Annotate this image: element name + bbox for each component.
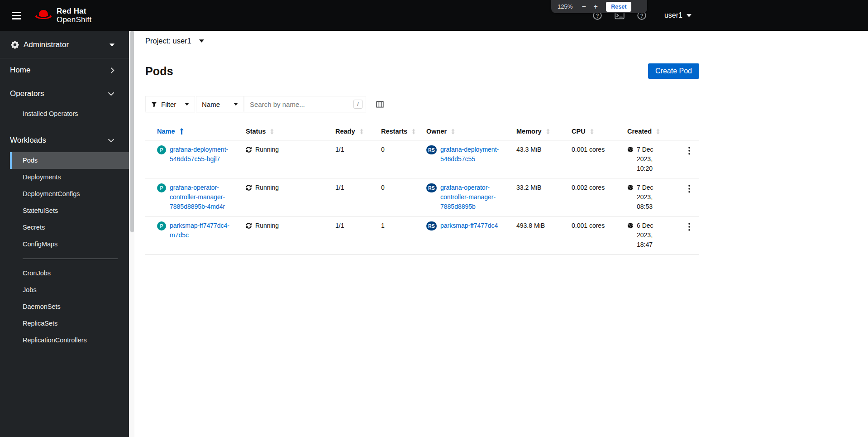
sidebar-item-daemonsets[interactable]: DaemonSets: [0, 298, 129, 315]
search-wrapper: /: [244, 96, 366, 112]
brand-text: Red Hat OpenShift: [57, 7, 91, 24]
caret-down-icon: [110, 43, 114, 47]
pod-badge: P: [157, 183, 166, 192]
sidebar-item-replicationcontrollers[interactable]: ReplicationControllers: [0, 332, 129, 349]
brand-line2: OpenShift: [57, 15, 91, 24]
sync-running-icon: [246, 223, 252, 229]
nav-section-label: Operators: [10, 89, 44, 98]
cpu-cell: 0.002 cores: [564, 178, 620, 216]
sidebar-item-jobs[interactable]: Jobs: [0, 282, 129, 298]
zoom-in-button[interactable]: +: [591, 3, 601, 10]
sync-running-icon: [246, 185, 252, 191]
row-kebab-menu[interactable]: [685, 146, 694, 156]
pod-name-link[interactable]: parksmap-ff7477dc4-m7d5c: [170, 221, 231, 240]
zoom-out-button[interactable]: −: [579, 3, 589, 10]
sidebar-item-workloads[interactable]: Workloads: [0, 129, 129, 152]
memory-cell: 33.2 MiB: [509, 178, 564, 216]
sidebar-item-statefulsets[interactable]: StatefulSets: [0, 202, 129, 219]
owner-link[interactable]: grafana-operator-controller-manager-7885…: [440, 183, 502, 211]
kebab-icon: [688, 223, 690, 231]
sort-icon: [451, 129, 455, 134]
row-kebab-menu[interactable]: [685, 184, 694, 194]
project-selector-label: Project: user1: [145, 37, 191, 45]
workloads-subnav: Pods Deployments DeploymentConfigs State…: [0, 152, 129, 355]
nav-toggle-button[interactable]: [6, 5, 26, 25]
chevron-down-icon: [108, 139, 114, 143]
globe-timestamp-icon: [627, 222, 634, 229]
nav-list: Home Operators Installed Operators Workl…: [0, 58, 129, 355]
filter-label: Filter: [161, 101, 176, 108]
owner-link[interactable]: parksmap-ff7477dc4: [440, 221, 498, 231]
sidebar-item-pods[interactable]: Pods: [0, 152, 129, 169]
kebab-icon: [688, 147, 690, 155]
memory-cell: 493.8 MiB: [509, 216, 564, 255]
brand-line1: Red Hat: [57, 7, 91, 15]
column-header-status[interactable]: Status: [238, 122, 328, 140]
column-header-ready[interactable]: Ready: [328, 122, 374, 140]
table-row: P grafana-operator-controller-manager-78…: [145, 178, 699, 216]
sidebar-item-operators[interactable]: Operators: [0, 82, 129, 106]
replicaset-badge: RS: [426, 145, 437, 154]
sidebar-item-deployments[interactable]: Deployments: [0, 169, 129, 186]
sidebar-scrollbar: [129, 31, 134, 437]
filter-dropdown[interactable]: Filter: [145, 96, 195, 112]
brand-logo[interactable]: Red Hat OpenShift: [34, 7, 91, 24]
search-shortcut-hint: /: [353, 100, 362, 109]
column-header-actions: [677, 122, 699, 140]
owner-link[interactable]: grafana-deployment-546dd57c55: [440, 145, 502, 164]
sidebar-item-installed-operators[interactable]: Installed Operators: [0, 106, 129, 122]
user-menu[interactable]: user1: [664, 11, 692, 19]
columns-icon: [376, 101, 384, 108]
column-header-cpu[interactable]: CPU: [564, 122, 620, 140]
column-header-created[interactable]: Created: [620, 122, 677, 140]
column-header-owner[interactable]: Owner: [419, 122, 509, 140]
column-header-memory[interactable]: Memory: [509, 122, 564, 140]
perspective-switcher[interactable]: Administrator: [0, 31, 129, 58]
manage-columns-button[interactable]: [376, 101, 384, 108]
search-input[interactable]: [244, 96, 366, 112]
row-kebab-menu[interactable]: [685, 222, 694, 232]
nav-divider: [23, 259, 118, 259]
filter-funnel-icon: [151, 101, 157, 107]
sort-icon: [359, 129, 364, 134]
pod-badge: P: [157, 145, 166, 154]
sidebar-nav: Administrator Home Operators Installed O…: [0, 31, 129, 437]
zoom-reset-button[interactable]: Reset: [606, 2, 631, 12]
caret-down-icon: [185, 103, 189, 106]
pod-name-link[interactable]: grafana-deployment-546dd57c55-bgjl7: [170, 145, 231, 164]
column-header-restarts[interactable]: Restarts: [374, 122, 419, 140]
chevron-down-icon: [108, 92, 114, 96]
search-attribute-dropdown[interactable]: Name: [196, 96, 244, 112]
cpu-cell: 0.001 cores: [564, 216, 620, 255]
scrollbar-thumb[interactable]: [130, 31, 134, 232]
sidebar-item-cronjobs[interactable]: CronJobs: [0, 265, 129, 282]
zoom-level: 125%: [558, 3, 572, 10]
table-row: P grafana-deployment-546dd57c55-bgjl7 Ru…: [145, 140, 699, 178]
status-text: Running: [255, 183, 279, 192]
gear-icon: [11, 41, 19, 49]
table-header-row: Name Status Ready: [145, 122, 699, 140]
replicaset-badge: RS: [426, 183, 437, 192]
openshift-console: Red Hat OpenShift user1 125% − + Reset: [0, 0, 868, 437]
sidebar-item-replicasets[interactable]: ReplicaSets: [0, 315, 129, 332]
ready-cell: 1/1: [328, 216, 374, 255]
create-pod-button[interactable]: Create Pod: [648, 63, 699, 79]
page-header: Pods Create Pod: [145, 63, 699, 79]
pod-name-link[interactable]: grafana-operator-controller-manager-7885…: [170, 183, 231, 211]
ready-cell: 1/1: [328, 178, 374, 216]
sort-icon: [590, 129, 594, 134]
operators-subnav: Installed Operators: [0, 106, 129, 129]
restarts-cell: 1: [374, 216, 419, 255]
sidebar-item-home[interactable]: Home: [0, 58, 129, 82]
replicaset-badge: RS: [426, 221, 437, 231]
sidebar-item-configmaps[interactable]: ConfigMaps: [0, 236, 129, 253]
project-selector[interactable]: Project: user1: [134, 31, 868, 51]
restarts-cell: 0: [374, 178, 419, 216]
column-header-name[interactable]: Name: [145, 122, 238, 140]
sidebar-item-secrets[interactable]: Secrets: [0, 219, 129, 236]
pods-page: Pods Create Pod Filter Name: [145, 63, 699, 255]
status-text: Running: [255, 145, 279, 154]
pod-badge: P: [157, 221, 166, 231]
username: user1: [664, 11, 682, 19]
sidebar-item-deploymentconfigs[interactable]: DeploymentConfigs: [0, 186, 129, 202]
